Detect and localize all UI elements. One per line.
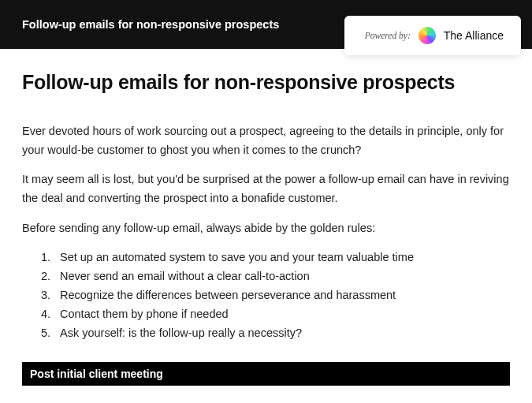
list-item: Recognize the differences between persev… — [41, 286, 510, 305]
brand-name: The Alliance — [444, 29, 504, 42]
golden-rules-list: Set up an automated system to save you a… — [22, 248, 510, 343]
header-title: Follow-up emails for non-responsive pros… — [22, 18, 279, 31]
page-title: Follow-up emails for non-responsive pros… — [22, 71, 510, 94]
intro-paragraph-1: Ever devoted hours of work sourcing out … — [22, 122, 510, 159]
powered-by-label: Powered by: — [365, 31, 411, 40]
intro-paragraph-2: It may seem all is lost, but you'd be su… — [22, 170, 510, 207]
document-content: Follow-up emails for non-responsive pros… — [0, 49, 532, 386]
intro-paragraph-3: Before sending any follow-up email, alwa… — [22, 219, 510, 238]
list-item: Contact them by phone if needed — [41, 305, 510, 324]
list-item: Ask yourself: is the follow-up really a … — [41, 324, 510, 343]
alliance-logo-icon — [419, 27, 436, 44]
list-item: Set up an automated system to save you a… — [41, 248, 510, 267]
powered-by-badge: Powered by: The Alliance — [344, 16, 521, 55]
list-item: Never send an email without a clear call… — [41, 267, 510, 286]
section-heading-bar: Post initial client meeting — [22, 362, 510, 386]
